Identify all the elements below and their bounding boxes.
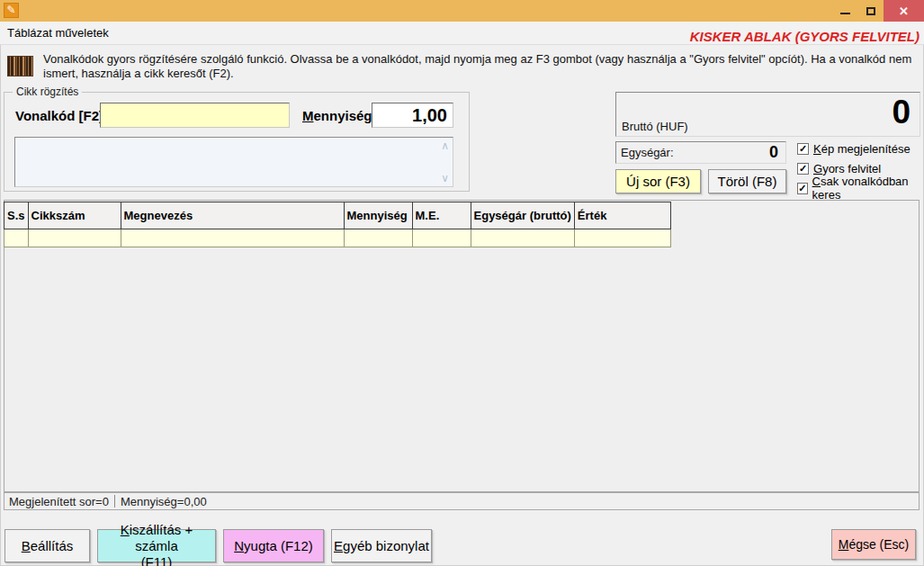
cell-item-number[interactable] xyxy=(28,229,121,247)
delivery-invoice-button[interactable]: Kiszállítás + számla (F11) xyxy=(97,529,216,562)
settings-button[interactable]: Beállítás xyxy=(4,529,90,562)
other-document-button[interactable]: Egyéb bizonylat xyxy=(331,529,432,562)
barcode-icon xyxy=(7,56,33,76)
col-header-name: Megnevezés xyxy=(121,202,344,229)
checkbox-checked-icon: ✓ xyxy=(797,143,809,155)
scroll-up-icon: ∧ xyxy=(441,140,449,151)
menu-bar: Táblázat műveletek KISKER ABLAK (GYORS F… xyxy=(0,22,924,45)
instructions-text: Vonalkódok gyors rögzítésére szolgáló fu… xyxy=(43,52,913,81)
quantity-input[interactable] xyxy=(372,103,453,128)
col-header-unit: M.E. xyxy=(412,202,471,229)
menu-item-table-operations[interactable]: Táblázat műveletek xyxy=(7,26,109,40)
delete-row-button-label: Töröl (F8) xyxy=(718,174,777,189)
scroll-down-icon: ∨ xyxy=(441,173,449,184)
settings-button-label: Beállítás xyxy=(22,538,74,553)
items-grid-area: S.s Cikkszám Megnevezés Mennyiség M.E. E… xyxy=(4,200,920,492)
delete-row-button[interactable]: Töröl (F8) xyxy=(708,169,786,193)
new-row-button[interactable]: Új sor (F3) xyxy=(615,169,701,193)
item-entry-group-label: Cikk rögzítés xyxy=(13,85,82,98)
cell-name[interactable] xyxy=(121,229,344,247)
mode-title: KISKER ABLAK (GYORS FELVITEL) xyxy=(690,29,920,44)
delivery-invoice-button-label: Kiszállítás + számla (F11) xyxy=(98,522,215,566)
new-row-button-label: Új sor (F3) xyxy=(626,174,690,189)
status-bar: Megjelenített sor=0 Mennyiség=0,00 xyxy=(4,492,920,510)
other-document-button-label: Egyéb bizonylat xyxy=(334,538,429,553)
table-header-row: S.s Cikkszám Megnevezés Mennyiség M.E. E… xyxy=(4,202,671,229)
col-header-serial: S.s xyxy=(4,202,29,229)
maximize-icon xyxy=(866,7,875,15)
cell-quantity[interactable] xyxy=(344,229,412,247)
receipt-button-label: Nyugta (F12) xyxy=(234,538,313,553)
checkbox-quick-entry-label: Gyors felvitel xyxy=(813,162,881,175)
minimize-icon xyxy=(840,13,850,14)
cancel-button[interactable]: Mégse (Esc) xyxy=(831,529,916,560)
checkbox-show-image-label: Kép megjelenítése xyxy=(813,142,911,156)
quantity-field-label: Mennyiség xyxy=(302,108,372,123)
product-info-box: ∧ ∨ xyxy=(14,137,453,187)
cell-serial[interactable] xyxy=(4,229,29,247)
close-button[interactable]: ✕ xyxy=(884,0,924,22)
barcode-field-label: Vonalkód [F2] xyxy=(15,108,103,123)
unit-price-value: 0 xyxy=(769,143,778,162)
unit-price-label: Egységár: xyxy=(621,146,674,159)
col-header-unit-price: Egységár (bruttó) xyxy=(471,202,574,229)
title-bar: ✎ ✕ xyxy=(0,0,924,22)
application-window: ✎ ✕ Táblázat műveletek KISKER ABLAK (GYO… xyxy=(0,0,924,566)
checkbox-show-image[interactable]: ✓ Kép megjelenítése xyxy=(797,141,911,156)
close-icon: ✕ xyxy=(899,4,909,18)
item-entry-group: Cikk rögzítés Vonalkód [F2] Mennyiség ∧ … xyxy=(4,92,470,192)
checkbox-barcode-only-search[interactable]: ✓ Csak vonalkódban keres xyxy=(797,181,924,195)
app-pen-icon: ✎ xyxy=(4,3,19,18)
status-rows-count: Megjelenített sor=0 xyxy=(4,495,114,508)
checkbox-checked-icon: ✓ xyxy=(797,163,809,175)
col-header-value: Érték xyxy=(574,202,670,229)
minimize-button[interactable] xyxy=(831,0,858,22)
checkbox-quick-entry[interactable]: ✓ Gyors felvitel xyxy=(797,161,881,175)
cell-value[interactable] xyxy=(574,229,670,247)
cell-unit-price[interactable] xyxy=(471,229,574,247)
col-header-item-number: Cikkszám xyxy=(28,202,121,229)
gross-total-box: Bruttó (HUF) 0 xyxy=(615,92,920,137)
checkbox-barcode-only-search-label: Csak vonalkódban keres xyxy=(812,175,924,202)
checkbox-checked-icon: ✓ xyxy=(797,183,808,194)
col-header-quantity: Mennyiség xyxy=(344,202,412,229)
barcode-input[interactable] xyxy=(100,103,290,128)
maximize-button[interactable] xyxy=(858,0,884,22)
status-quantity-sum: Mennyiség=0,00 xyxy=(115,495,207,508)
gross-total-label: Bruttó (HUF) xyxy=(622,120,688,133)
cancel-button-label: Mégse (Esc) xyxy=(839,537,910,552)
items-table: S.s Cikkszám Megnevezés Mennyiség M.E. E… xyxy=(4,202,671,247)
cell-unit[interactable] xyxy=(412,229,471,247)
receipt-button[interactable]: Nyugta (F12) xyxy=(223,529,324,562)
unit-price-box: Egységár: 0 xyxy=(615,141,786,164)
table-row[interactable] xyxy=(4,229,671,247)
gross-total-value: 0 xyxy=(892,91,911,134)
